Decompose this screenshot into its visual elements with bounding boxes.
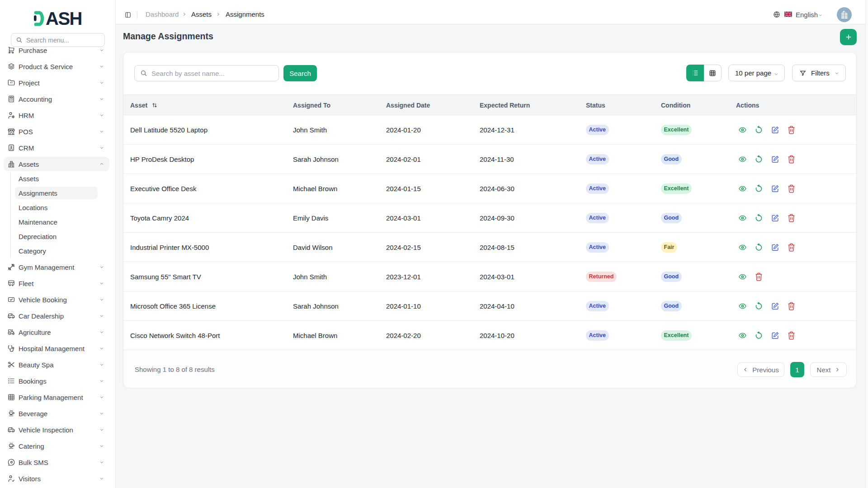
svg-text:ASH: ASH [46, 11, 82, 26]
